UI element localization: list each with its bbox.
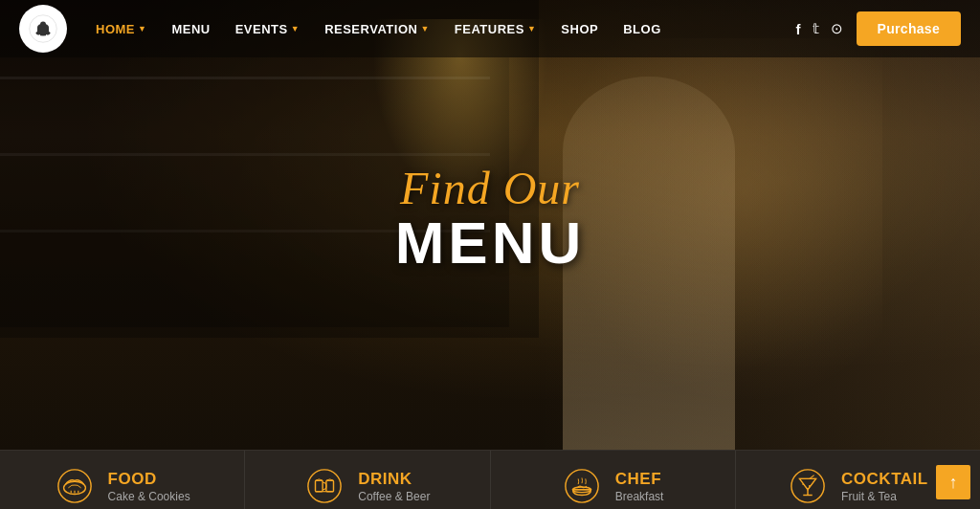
scroll-up-icon: ↑ <box>949 473 958 493</box>
nav-socials: f 𝕥 ⊙ <box>796 20 843 37</box>
hero-text: Find Our MENU <box>395 162 586 277</box>
home-arrow-icon: ▼ <box>138 24 146 33</box>
nav-item-shop[interactable]: SHOP <box>551 16 608 42</box>
nav-links: HOME ▼ MENU EVENTS ▼ RESERVATION ▼ FEATU… <box>86 16 796 42</box>
strip-text-chef: CHEF Breakfast <box>615 470 664 503</box>
navbar: HOME ▼ MENU EVENTS ▼ RESERVATION ▼ FEATU… <box>0 0 980 57</box>
hero-section: Find Our MENU <box>0 0 980 450</box>
purchase-button[interactable]: Purchase <box>857 11 961 46</box>
nav-item-events[interactable]: EVENTS ▼ <box>226 16 309 42</box>
svg-point-12 <box>308 470 341 502</box>
svg-point-19 <box>791 470 824 502</box>
svg-point-25 <box>809 485 811 487</box>
strip-sub-chef: Breakfast <box>615 490 664 503</box>
strip-title-drink: DRINK <box>358 470 430 489</box>
logo[interactable] <box>19 5 67 53</box>
cocktail-icon <box>788 466 828 506</box>
twitter-icon[interactable]: 𝕥 <box>813 20 819 37</box>
nav-item-reservation[interactable]: RESERVATION ▼ <box>315 16 439 42</box>
nav-item-features[interactable]: FEATURES ▼ <box>445 16 546 42</box>
scroll-up-button[interactable]: ↑ <box>936 465 970 499</box>
strip-sub-cocktail: Fruit & Tea <box>841 490 928 503</box>
strip-title-cocktail: COCKTAIL <box>841 470 928 489</box>
svg-point-24 <box>802 483 804 485</box>
nav-item-home[interactable]: HOME ▼ <box>86 16 156 42</box>
strip-sub-drink: Coffee & Beer <box>358 490 430 503</box>
strip-text-drink: DRINK Coffee & Beer <box>358 470 430 503</box>
nav-item-menu[interactable]: MENU <box>162 16 219 42</box>
svg-rect-14 <box>326 480 334 491</box>
strip-item-chef[interactable]: CHEF Breakfast <box>491 451 736 509</box>
strip-item-drink[interactable]: DRINK Coffee & Beer <box>245 451 490 509</box>
facebook-icon[interactable]: f <box>796 21 801 37</box>
hero-tagline: Find Our <box>395 162 586 214</box>
hero-title: MENU <box>395 209 586 277</box>
svg-point-4 <box>40 22 46 28</box>
reservation-arrow-icon: ▼ <box>420 24 429 33</box>
strip-text-food: FOOD Cake & Cookies <box>108 470 190 503</box>
tripadvisor-icon[interactable]: ⊙ <box>831 20 843 37</box>
strip-title-food: FOOD <box>108 470 190 489</box>
events-arrow-icon: ▼ <box>291 24 300 33</box>
strip-item-food[interactable]: FOOD Cake & Cookies <box>0 451 245 509</box>
svg-point-16 <box>566 470 598 502</box>
menu-strip: FOOD Cake & Cookies DRINK Coffee & Beer <box>0 450 980 509</box>
strip-title-chef: CHEF <box>615 470 664 489</box>
bread-icon <box>55 466 95 506</box>
strip-text-cocktail: COCKTAIL Fruit & Tea <box>841 470 928 503</box>
svg-point-7 <box>57 470 90 502</box>
features-arrow-icon: ▼ <box>527 24 536 33</box>
logo-icon <box>29 14 57 43</box>
svg-rect-13 <box>316 480 323 491</box>
chef-icon <box>562 466 602 506</box>
drinks-icon <box>304 466 345 506</box>
strip-sub-food: Cake & Cookies <box>108 490 190 503</box>
nav-item-blog[interactable]: BLOG <box>613 16 671 42</box>
